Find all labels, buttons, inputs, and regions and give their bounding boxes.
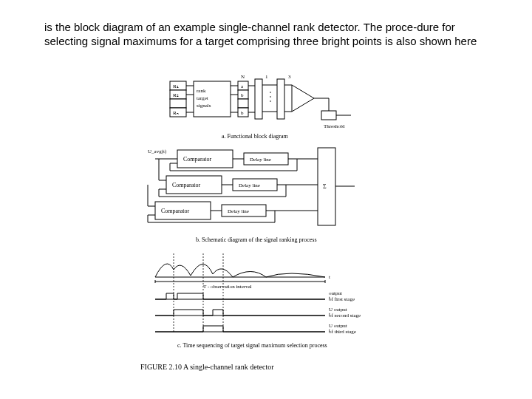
- delay3: Delay line: [228, 208, 249, 214]
- t4: t: [329, 327, 330, 333]
- comp2: Comparator: [172, 182, 201, 188]
- one-label: 1: [265, 74, 268, 80]
- cell-rn: Rₙ: [173, 110, 179, 116]
- delay2: Delay line: [239, 183, 260, 188]
- comp3: Comparator: [161, 208, 190, 214]
- cell-r1: R₁: [173, 83, 179, 89]
- u-avg: U_avg(t): [148, 149, 167, 154]
- panel-a-title: a. Functional block diagram: [222, 133, 289, 140]
- svg-rect-16: [321, 111, 336, 120]
- t2: t: [329, 295, 330, 301]
- threshold-label: Threshold: [324, 123, 345, 129]
- svg-point-12: [270, 100, 271, 102]
- out2b: of second stage: [329, 313, 361, 318]
- cell-r2: R₂: [173, 92, 179, 98]
- sigma: Σ: [323, 183, 327, 190]
- panel-a: R₁ R₂ Rₙ rank target signals a b b N 1: [133, 70, 399, 144]
- t1: t: [329, 274, 330, 280]
- cell-b2: b: [241, 110, 244, 116]
- rank-line1: rank: [197, 88, 206, 94]
- panel-c-title: c. Time sequencing of target signal maxi…: [177, 342, 327, 349]
- svg-point-10: [270, 92, 271, 93]
- svg-rect-7: [238, 99, 248, 108]
- delay1: Delay line: [250, 157, 271, 163]
- obs-label: T - observation interval: [203, 284, 252, 290]
- out1a: output: [329, 290, 342, 296]
- figure: R₁ R₂ Rₙ rank target signals a b b N 1: [133, 70, 399, 371]
- out3a: U output: [329, 323, 347, 329]
- panel-c: T - observation interval t output of fir…: [133, 248, 399, 358]
- svg-rect-9: [255, 79, 262, 119]
- panel-b-title: b. Schematic diagram of the signal ranki…: [196, 236, 317, 243]
- svg-rect-2: [170, 99, 186, 108]
- svg-point-11: [270, 96, 271, 98]
- intro-text: is the block diagram of an example singl…: [44, 21, 488, 49]
- out3b: of third stage: [329, 329, 356, 335]
- three-label: 3: [288, 74, 291, 80]
- panel-b: U_avg(t) Comparator Delay line Comparato…: [133, 144, 399, 248]
- out1b: of first stage: [329, 296, 355, 302]
- n-label: N: [241, 74, 245, 80]
- out2a: U output: [329, 307, 347, 313]
- svg-rect-59: [318, 148, 335, 225]
- cell-b1: b: [241, 92, 244, 98]
- svg-rect-13: [277, 79, 284, 119]
- rank-line3: signals: [197, 103, 211, 109]
- figure-caption: FIGURE 2.10 A single-channel rank detect…: [140, 363, 399, 371]
- comp1: Comparator: [183, 156, 212, 163]
- rank-line2: target: [197, 95, 208, 101]
- t3: t: [329, 311, 330, 317]
